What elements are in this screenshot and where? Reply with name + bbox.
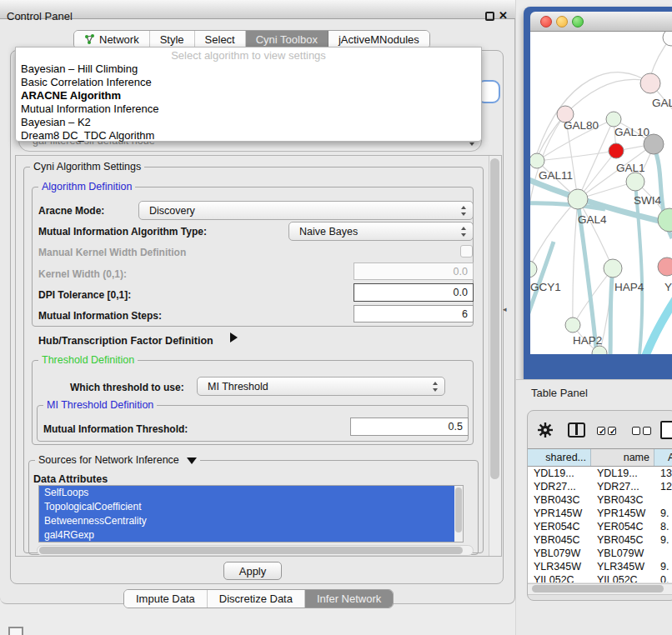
table-cell: YER054C — [528, 520, 591, 533]
minimized-window-icon[interactable] — [8, 627, 23, 635]
table-row[interactable]: YER054CYER054C8. — [528, 520, 672, 533]
node-label-gal1: GAL1 — [616, 162, 645, 174]
table-cell: 12 — [654, 480, 672, 493]
mi-steps-input[interactable]: 6 — [354, 305, 474, 322]
manual-kernel-label: Manual Kernel Width Definition — [38, 247, 186, 258]
mi-threshold-input[interactable]: 0.5 — [350, 418, 469, 436]
page-icon[interactable] — [660, 421, 672, 439]
threshold-title: Threshold Definition — [38, 354, 138, 366]
tab-impute-data[interactable]: Impute Data — [124, 590, 208, 608]
tab-jactivemnodules[interactable]: jActiveMNodules — [328, 31, 429, 48]
close-icon[interactable]: ✕ — [499, 9, 508, 22]
table-cell: 0. — [654, 573, 672, 582]
column-header-name[interactable]: name — [591, 449, 654, 466]
table-cell: YIL052C — [528, 573, 591, 582]
network-node-hap2[interactable] — [565, 318, 580, 332]
data-attributes-label: Data Attributes — [33, 473, 108, 485]
network-node[interactable] — [663, 32, 672, 46]
close-traffic-light[interactable] — [540, 16, 552, 28]
table-row[interactable]: YIL052CYIL052C0. — [528, 573, 672, 582]
control-panel-title: Control Panel — [7, 10, 73, 22]
dpi-tolerance-input[interactable]: 0.0 — [354, 283, 474, 302]
table-row[interactable]: YPR145WYPR145W9. — [528, 507, 672, 520]
algorithm-placeholder: Select algorithm to view settings — [16, 48, 481, 62]
float-window-icon[interactable] — [485, 12, 494, 21]
network-node-gal10[interactable] — [606, 112, 621, 127]
deselect-all-icon[interactable] — [643, 427, 651, 435]
tab-style[interactable]: Style — [150, 31, 195, 48]
algorithm-option-aracne-algorithm[interactable]: ARACNE Algorithm — [16, 89, 481, 102]
column-header-a[interactable]: A — [654, 449, 672, 466]
algorithm-option-basic-correlation-inference[interactable]: Basic Correlation Inference — [16, 76, 481, 89]
network-node[interactable] — [609, 143, 624, 158]
tab-network[interactable]: Network — [74, 31, 150, 48]
table-row[interactable]: YBL079WYBL079W — [528, 547, 672, 560]
kernel-width-input[interactable]: 0.0 — [354, 262, 474, 280]
network-node-gcy1[interactable] — [530, 261, 537, 278]
column-view-icon[interactable] — [568, 422, 585, 438]
attr-list-hscrollbar-thumb[interactable] — [39, 547, 463, 554]
which-threshold-combo[interactable]: MI Threshold — [197, 377, 445, 396]
node-label-gal80: GAL80 — [564, 119, 599, 132]
table-row[interactable]: YLR345WYLR345W9. — [528, 560, 672, 573]
mi-type-value: Naive Bayes — [299, 226, 358, 238]
tab-cyni-toolbox[interactable]: Cyni Toolbox — [246, 31, 328, 48]
splitter-collapse-icon[interactable]: ◂ — [503, 305, 507, 313]
network-node-y[interactable] — [658, 258, 672, 276]
algorithm-option-bayesian-k2[interactable]: Bayesian – K2 — [16, 116, 481, 129]
table-cell: YBR045C — [528, 533, 591, 547]
tab-label: Select — [205, 33, 235, 46]
node-label-y: Y — [664, 281, 672, 293]
algorithm-option-mutual-information-inference[interactable]: Mutual Information Inference — [16, 102, 481, 116]
table-cell: YER054C — [591, 520, 654, 533]
combo-arrows-icon — [461, 227, 467, 237]
apply-button[interactable]: Apply — [223, 562, 282, 580]
table-row[interactable]: YBR045CYBR045C9. — [528, 533, 672, 547]
settings-scrollbar-thumb[interactable] — [490, 158, 499, 479]
tab-discretize-data[interactable]: Discretize Data — [208, 590, 305, 608]
algorithm-option-bayesian-hill-climbing[interactable]: Bayesian – Hill Climbing — [16, 62, 481, 76]
table-row[interactable]: YDR27...YDR27...12 — [528, 480, 672, 493]
manual-kernel-checkbox[interactable] — [460, 245, 473, 258]
attribute-item-topologicalcoefficient[interactable]: TopologicalCoefficient — [39, 500, 454, 514]
deselect-all-icon[interactable] — [632, 427, 640, 435]
table-row[interactable]: YBR043CYBR043C — [528, 493, 672, 507]
combo-arrows-icon — [461, 206, 467, 216]
minimize-traffic-light[interactable] — [556, 16, 568, 28]
attribute-item-betweennesscentrality[interactable]: BetweennessCentrality — [39, 514, 454, 528]
network-node-gal11[interactable] — [530, 153, 544, 168]
sources-title[interactable]: Sources for Network Inference — [35, 454, 200, 466]
network-node-gal4[interactable] — [568, 189, 588, 209]
attribute-item-selfloops[interactable]: SelfLoops — [39, 486, 454, 500]
screen: Control Panel ✕ NetworkStyleSelectCyni T… — [0, 0, 672, 635]
collapse-arrow-icon[interactable] — [187, 458, 197, 464]
network-node-swi4[interactable] — [658, 208, 672, 232]
tab-infer-network[interactable]: Infer Network — [305, 590, 393, 608]
table-body: YDL19...YDL19...13YDR27...YDR27...12YBR0… — [528, 467, 672, 582]
mi-threshold-label: Mutual Information Threshold: — [43, 423, 188, 435]
bottom-tab-bar: Impute DataDiscretize DataInfer Network — [123, 589, 394, 608]
hub-section-label[interactable]: Hub/Transcription Factor Definition — [38, 335, 213, 347]
mi-type-combo[interactable]: Naive Bayes — [288, 222, 474, 241]
select-all-icon[interactable]: ✓ — [597, 427, 605, 435]
network-node-hap4[interactable] — [604, 259, 622, 278]
attr-list-scrollbar-thumb[interactable] — [455, 488, 462, 532]
attribute-item-gal4rgexp[interactable]: gal4RGexp — [39, 528, 454, 542]
network-canvas[interactable]: GAL7GAL80GAL10GAL11GAL1SWI4GAL4GCY1HAP4Y… — [530, 32, 672, 354]
expand-arrow-icon[interactable] — [230, 332, 238, 342]
table-cell: YBL079W — [591, 547, 654, 560]
control-panel-titlebar[interactable] — [0, 0, 515, 19]
aracne-mode-combo[interactable]: Discovery — [138, 201, 474, 220]
table-row[interactable]: YDL19...YDL19...13 — [528, 467, 672, 480]
network-node-gal7[interactable] — [640, 73, 660, 93]
table-hscrollbar-thumb[interactable] — [532, 585, 664, 592]
select-all-icon[interactable]: ✓ — [608, 427, 616, 435]
network-node-gal1[interactable] — [626, 172, 644, 191]
mi-steps-label: Mutual Information Steps: — [38, 310, 162, 322]
tab-select[interactable]: Select — [195, 31, 246, 48]
gear-icon[interactable] — [537, 422, 554, 438]
data-attributes-list[interactable]: SelfLoopsTopologicalCoefficientBetweenne… — [38, 485, 464, 542]
algorithm-option-dream8-dc-tdc-algorithm[interactable]: Dream8 DC_TDC Algorithm — [16, 129, 481, 142]
zoom-traffic-light[interactable] — [572, 16, 584, 28]
column-header-shared[interactable]: shared... — [528, 449, 591, 466]
